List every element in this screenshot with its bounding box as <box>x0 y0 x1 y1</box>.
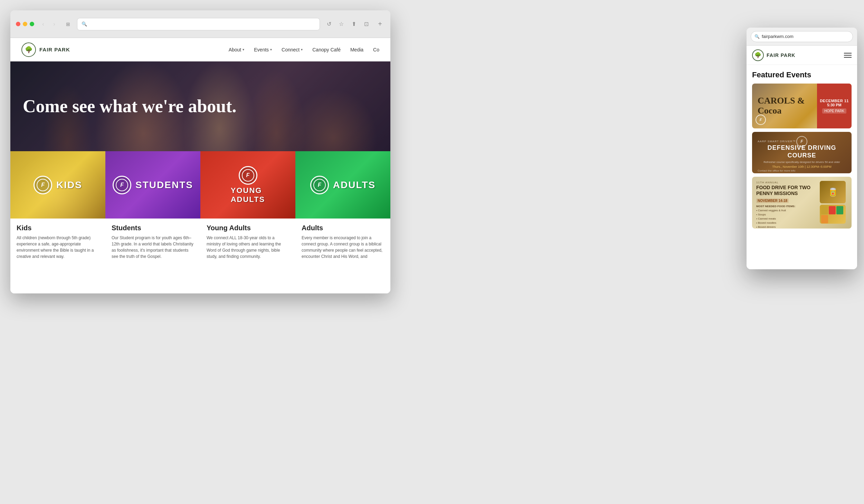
fp-logo-inner: F <box>313 179 326 191</box>
carols-cocoa-event-card[interactable]: CAROLS & Cocoa DECEMBER 11 5:30 PM HOPE … <box>752 84 852 128</box>
chevron-down-icon: ▾ <box>270 48 272 51</box>
main-browser-window: ‹ › ⊞ 🔍 fairparkwm.com ↺ ☆ ⬆ ⊡ + 🌳 FAIR … <box>10 10 390 293</box>
fp-logo-inner: F <box>242 169 254 182</box>
fp-logo-circle: F <box>239 166 257 185</box>
traffic-lights <box>16 22 34 26</box>
food-image-1: 🥫 <box>820 181 846 203</box>
fp-logo-inner: F <box>37 179 49 191</box>
ministry-section: F KIDS Kids All children (newborn throug… <box>10 151 390 265</box>
site-header: 🌳 FAIR PARK About ▾ Events ▾ Connect ▾ <box>10 38 390 61</box>
food-event-title: FOOD DRIVE FOR TWO PENNY MISSIONS <box>756 185 816 196</box>
food-event-right: 🥫 <box>820 181 847 224</box>
reload-button[interactable]: ↺ <box>324 19 334 29</box>
ministry-cards-container: F KIDS Kids All children (newborn throug… <box>10 151 390 265</box>
defensive-driving-event-card[interactable]: F AARP SMART DRIVER™ DEFENSIVE DRIVING C… <box>752 132 852 173</box>
adults-card-name: Adults <box>302 224 384 232</box>
nav-media-label: Media <box>350 47 363 52</box>
mobile-url-text: fairparkwm.com <box>762 34 794 39</box>
food-drive-event-card[interactable]: 11TH ANNUAL FOOD DRIVE FOR TWO PENNY MIS… <box>752 177 852 229</box>
adults-card-text: Adults Every member is encouraged to joi… <box>295 219 390 265</box>
fp-logo-circle: F <box>310 176 329 194</box>
fullscreen-window-button[interactable] <box>30 22 34 26</box>
close-window-button[interactable] <box>16 22 20 26</box>
kids-card-name: Kids <box>17 224 99 232</box>
mobile-browser-chrome: 🔍 fairparkwm.com <box>747 28 857 46</box>
address-bar[interactable]: 🔍 fairparkwm.com <box>77 18 320 30</box>
hero-section: Come see what we're about. <box>10 61 390 151</box>
fp-logo-inner: F <box>116 179 128 191</box>
driving-event-subtitle: Refresher course specifically designed f… <box>758 161 846 164</box>
students-card-description: Our Student program is for youth ages 6t… <box>112 235 194 260</box>
nav-events[interactable]: Events ▾ <box>254 47 272 52</box>
search-icon: 🔍 <box>82 21 87 27</box>
young-adults-card-text: Young Adults We connect ALL 18-30-year o… <box>200 219 295 265</box>
driving-event-time: Thurs., November 10th | 12:30PM–5:00PM <box>758 165 846 168</box>
site-logo[interactable]: 🌳 FAIR PARK <box>21 42 70 57</box>
nav-about[interactable]: About ▾ <box>229 47 245 52</box>
young-adults-card-image: F YOUNGADULTS <box>200 151 295 219</box>
logo-text: FAIR PARK <box>39 47 70 52</box>
nav-canopy-cafe[interactable]: Canopy Café <box>312 47 341 52</box>
url-input[interactable]: fairparkwm.com <box>90 21 315 27</box>
back-button[interactable]: ‹ <box>38 19 48 29</box>
carols-event-date: DECEMBER 11 <box>820 99 849 103</box>
mobile-browser-window: 🔍 fairparkwm.com 🌳 FAIR PARK Featured Ev… <box>747 28 857 269</box>
carols-fp-badge: F <box>756 115 766 125</box>
mobile-site-content: 🌳 FAIR PARK Featured Events CAROLS & Coc… <box>747 46 857 269</box>
food-image-2 <box>820 205 846 224</box>
ministry-card-students[interactable]: F STUDENTS Students Our Student program … <box>105 151 200 265</box>
featured-events-title: Featured Events <box>752 70 852 79</box>
ministry-card-kids[interactable]: F KIDS Kids All children (newborn throug… <box>10 151 105 265</box>
students-card-image: F STUDENTS <box>105 151 200 219</box>
mobile-address-bar[interactable]: 🔍 fairparkwm.com <box>751 31 853 42</box>
ministry-card-adults[interactable]: F ADULTS Adults Every member is encourag… <box>295 151 390 265</box>
kids-card-description: All children (newborn through 5th grade)… <box>17 235 99 260</box>
tree-icon: 🌳 <box>25 46 32 54</box>
nav-media[interactable]: Media <box>350 47 363 52</box>
mobile-logo-icon: 🌳 <box>752 49 764 61</box>
browser-chrome: ‹ › ⊞ 🔍 fairparkwm.com ↺ ☆ ⬆ ⊡ + <box>10 10 390 38</box>
kids-card-label: F KIDS <box>34 176 82 194</box>
minimize-window-button[interactable] <box>23 22 27 26</box>
share-button[interactable]: ⬆ <box>349 19 359 29</box>
browser-actions: ↺ ☆ ⬆ ⊡ <box>324 19 371 29</box>
tab-grid-button[interactable]: ⊞ <box>63 19 73 29</box>
nav-connect[interactable]: Connect ▾ <box>282 47 303 52</box>
mobile-site-header: 🌳 FAIR PARK <box>747 46 857 65</box>
nav-co[interactable]: Co <box>373 47 379 52</box>
food-event-dates: NOVEMBER 14-18 <box>756 198 789 203</box>
carols-event-location: HOPE PARK <box>822 108 846 114</box>
nav-co-label: Co <box>373 47 379 52</box>
adults-card-image: F ADULTS <box>295 151 390 219</box>
nav-events-label: Events <box>254 47 269 52</box>
adults-card-title: ADULTS <box>333 180 376 191</box>
adults-card-label: F ADULTS <box>310 176 376 194</box>
hero-text-container: Come see what we're about. <box>10 85 249 127</box>
nav-canopy-cafe-label: Canopy Café <box>312 47 341 52</box>
hamburger-menu-button[interactable] <box>844 53 852 58</box>
forward-button[interactable]: › <box>49 19 59 29</box>
fp-logo-circle: F <box>34 176 52 194</box>
chevron-down-icon: ▾ <box>301 48 303 51</box>
nav-connect-label: Connect <box>282 47 300 52</box>
carols-event-time: 5:30 PM <box>827 103 842 107</box>
students-card-label: F STUDENTS <box>113 176 193 194</box>
mobile-search-icon: 🔍 <box>754 34 760 39</box>
kids-card-text: Kids All children (newborn through 5th g… <box>10 219 105 265</box>
new-tab-button[interactable]: + <box>375 19 385 29</box>
driving-event-contact: Contact the office for more info <box>758 169 846 172</box>
driving-fp-logo: F <box>796 136 807 147</box>
hero-title: Come see what we're about. <box>23 96 237 116</box>
young-adults-card-description: We connect ALL 18-30-year olds to a mini… <box>207 235 289 260</box>
website-content: 🌳 FAIR PARK About ▾ Events ▾ Connect ▾ <box>10 38 390 293</box>
mobile-logo-text: FAIR PARK <box>767 52 795 58</box>
mobile-tree-icon: 🌳 <box>754 52 761 58</box>
adults-card-description: Every member is encouraged to join a con… <box>302 235 384 260</box>
food-event-annual: 11TH ANNUAL <box>756 181 816 184</box>
bookmark-button[interactable]: ☆ <box>336 19 346 29</box>
ministry-card-young-adults[interactable]: F YOUNGADULTS Young Adults We connect AL… <box>200 151 295 265</box>
students-card-text: Students Our Student program is for yout… <box>105 219 200 265</box>
extensions-button[interactable]: ⊡ <box>361 19 371 29</box>
site-navigation: About ▾ Events ▾ Connect ▾ Canopy Café M… <box>229 47 379 52</box>
mobile-site-logo[interactable]: 🌳 FAIR PARK <box>752 49 795 61</box>
